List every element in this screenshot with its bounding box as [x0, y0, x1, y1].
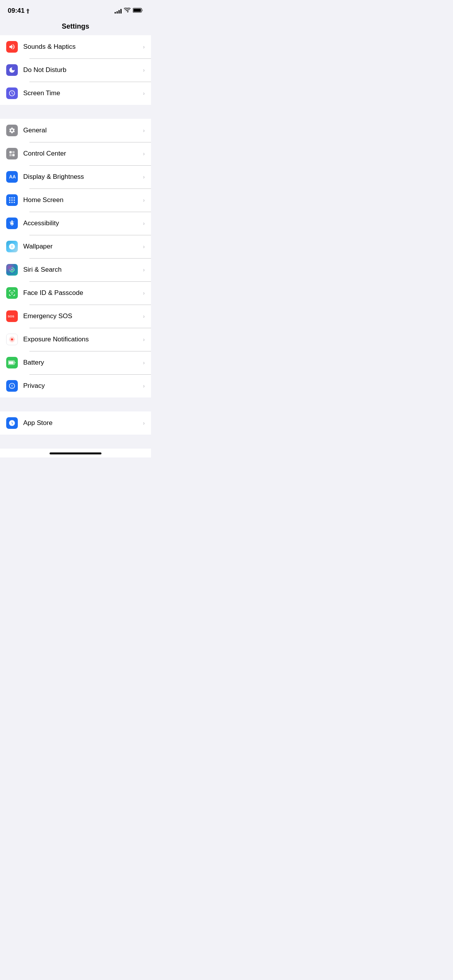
battery-icon: [133, 7, 143, 14]
sounds-haptics-label: Sounds & Haptics: [23, 43, 143, 51]
chevron-icon: ›: [143, 336, 145, 343]
nav-bar: Settings: [0, 19, 151, 35]
list-item[interactable]: Wallpaper ›: [0, 235, 151, 258]
svg-point-7: [9, 197, 10, 199]
exposure-notifications-icon: [6, 334, 18, 345]
svg-point-22: [11, 269, 12, 270]
svg-rect-4: [9, 154, 12, 156]
svg-point-11: [11, 199, 12, 200]
svg-rect-30: [9, 361, 14, 364]
chevron-icon: ›: [143, 127, 145, 134]
wallpaper-label: Wallpaper: [23, 243, 143, 250]
list-item[interactable]: A App Store ›: [0, 411, 151, 435]
sounds-haptics-icon: [6, 41, 18, 53]
face-id-passcode-icon: [6, 287, 18, 299]
list-item[interactable]: Sounds & Haptics ›: [0, 35, 151, 58]
app-store-icon: A: [6, 417, 18, 429]
chevron-icon: ›: [143, 243, 145, 250]
privacy-label: Privacy: [23, 382, 143, 390]
section-1: Sounds & Haptics › Do Not Disturb › Scre…: [0, 35, 151, 105]
chevron-icon: ›: [143, 197, 145, 203]
accessibility-label: Accessibility: [23, 219, 143, 227]
svg-text:A: A: [10, 421, 12, 425]
list-item[interactable]: Control Center ›: [0, 142, 151, 165]
do-not-disturb-icon: [6, 64, 18, 76]
chevron-icon: ›: [143, 313, 145, 319]
svg-point-23: [11, 292, 11, 292]
control-center-label: Control Center: [23, 150, 143, 158]
siri-search-icon: [6, 264, 18, 276]
svg-point-15: [14, 202, 15, 203]
general-label: General: [23, 127, 143, 134]
privacy-icon: [6, 380, 18, 392]
section-divider-2: [0, 397, 151, 411]
svg-text:SOS: SOS: [8, 315, 15, 318]
bottom-gap: [0, 435, 151, 449]
list-item[interactable]: SOS Emergency SOS ›: [0, 305, 151, 328]
siri-search-label: Siri & Search: [23, 266, 143, 274]
status-bar: 09:41: [0, 0, 151, 19]
section-divider: [0, 105, 151, 119]
svg-point-24: [13, 292, 13, 292]
chevron-icon: ›: [143, 220, 145, 226]
exposure-notifications-label: Exposure Notifications: [23, 336, 143, 343]
wifi-icon: [124, 7, 130, 14]
svg-point-14: [11, 202, 12, 203]
chevron-icon: ›: [143, 90, 145, 96]
home-indicator: [0, 449, 151, 457]
chevron-icon: ›: [143, 360, 145, 366]
control-center-icon: [6, 148, 18, 159]
battery-label: Battery: [23, 359, 143, 367]
svg-rect-1: [134, 9, 141, 12]
face-id-passcode-label: Face ID & Passcode: [23, 289, 143, 297]
home-screen-label: Home Screen: [23, 196, 143, 204]
battery-icon: [6, 357, 18, 368]
wallpaper-icon: [6, 241, 18, 252]
emergency-sos-icon: SOS: [6, 310, 18, 322]
emergency-sos-label: Emergency SOS: [23, 312, 143, 320]
svg-point-26: [11, 338, 13, 341]
svg-rect-2: [9, 151, 12, 153]
section-3: A App Store ›: [0, 411, 151, 435]
app-store-label: App Store: [23, 419, 143, 427]
list-item[interactable]: Home Screen ›: [0, 188, 151, 212]
svg-point-8: [11, 197, 12, 199]
chevron-icon: ›: [143, 267, 145, 273]
svg-point-18: [12, 221, 13, 222]
chevron-icon: ›: [143, 290, 145, 296]
svg-point-12: [14, 199, 15, 200]
chevron-icon: ›: [143, 383, 145, 389]
chevron-icon: ›: [143, 151, 145, 157]
svg-point-9: [14, 197, 15, 199]
list-item[interactable]: Battery ›: [0, 351, 151, 374]
home-screen-icon: [6, 194, 18, 206]
list-item[interactable]: Screen Time ›: [0, 82, 151, 105]
list-item[interactable]: Do Not Disturb ›: [0, 58, 151, 82]
accessibility-icon: [6, 218, 18, 229]
do-not-disturb-label: Do Not Disturb: [23, 66, 143, 74]
location-icon: [26, 9, 30, 14]
svg-rect-5: [12, 154, 15, 156]
list-item[interactable]: Privacy ›: [0, 374, 151, 397]
chevron-icon: ›: [143, 67, 145, 73]
section-2: General › Control Center › AA Display & …: [0, 119, 151, 397]
list-item[interactable]: Accessibility ›: [0, 212, 151, 235]
svg-point-13: [9, 202, 10, 203]
status-icons: [115, 7, 143, 14]
general-icon: [6, 125, 18, 136]
chevron-icon: ›: [143, 44, 145, 50]
screen-time-icon: [6, 87, 18, 99]
status-time: 09:41: [8, 7, 30, 15]
signal-icon: [115, 9, 122, 14]
chevron-icon: ›: [143, 420, 145, 426]
chevron-icon: ›: [143, 174, 145, 180]
list-item[interactable]: Siri & Search ›: [0, 258, 151, 281]
screen-time-label: Screen Time: [23, 89, 143, 97]
list-item[interactable]: AA Display & Brightness ›: [0, 165, 151, 188]
list-item[interactable]: Exposure Notifications ›: [0, 328, 151, 351]
svg-rect-3: [12, 151, 15, 153]
list-item[interactable]: General ›: [0, 119, 151, 142]
list-item[interactable]: Face ID & Passcode ›: [0, 281, 151, 305]
home-bar: [50, 452, 101, 454]
svg-point-19: [11, 245, 13, 248]
